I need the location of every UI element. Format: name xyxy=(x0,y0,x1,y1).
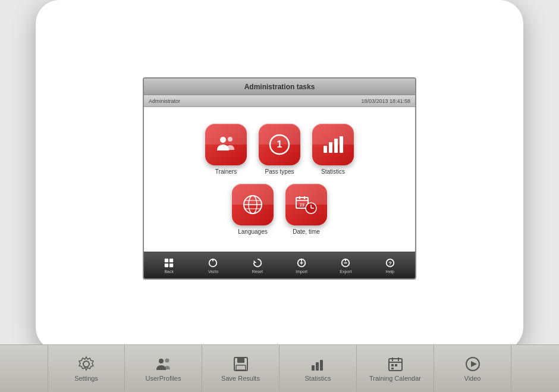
svg-rect-21 xyxy=(165,258,168,262)
pass-types-button[interactable]: 1 xyxy=(259,124,300,165)
svg-rect-51 xyxy=(391,368,394,369)
save-results-nav-label: Save Results xyxy=(221,375,260,382)
import-label: Import xyxy=(296,269,307,274)
svg-text:?: ? xyxy=(388,260,392,266)
screen: Administration tasks Administrator 18/03… xyxy=(143,77,416,280)
datetime-icon: 23 xyxy=(294,193,318,217)
title-bar: Administration tasks xyxy=(144,79,415,95)
svg-text:1: 1 xyxy=(277,139,282,149)
datetime-label: 18/03/2013 18:41:58 xyxy=(361,98,410,104)
back-label: Back xyxy=(164,269,174,274)
svg-point-1 xyxy=(228,137,233,142)
trainers-button[interactable] xyxy=(205,124,247,165)
datetime-icon-item[interactable]: 23 Date, time xyxy=(285,184,327,235)
help-label: Help xyxy=(386,269,394,274)
pass-icon: 1 xyxy=(268,133,291,156)
nav-training-calendar[interactable]: Training Calendar xyxy=(357,345,434,392)
svg-rect-50 xyxy=(395,364,397,366)
statistics-label: Statistics xyxy=(321,168,345,175)
export-label: Export xyxy=(340,269,351,274)
vezlo-icon xyxy=(208,258,218,268)
svg-rect-49 xyxy=(391,364,394,366)
statistics-button[interactable] xyxy=(312,124,354,165)
languages-icon-item[interactable]: Languages xyxy=(232,184,274,235)
save-icon xyxy=(233,356,249,372)
datetime-label: Date, time xyxy=(293,228,320,235)
toolbar-export[interactable]: Export xyxy=(331,258,360,274)
video-nav-label: Video xyxy=(464,375,481,382)
svg-marker-53 xyxy=(471,361,477,367)
statistics-icon-item[interactable]: Statistics xyxy=(312,124,354,175)
screen-toolbar: Back Vezlo Reset Import xyxy=(144,252,415,278)
trainers-label: Trainers xyxy=(215,168,237,175)
nav-statistics[interactable]: Statistics xyxy=(280,345,357,392)
trainers-icon xyxy=(214,133,238,156)
svg-point-38 xyxy=(165,358,169,362)
svg-rect-24 xyxy=(169,263,173,266)
icons-row2: Languages 23 xyxy=(226,181,333,241)
svg-marker-27 xyxy=(254,260,257,263)
bar-chart-icon xyxy=(310,356,326,372)
calendar-icon xyxy=(387,356,404,372)
globe-icon xyxy=(241,193,265,217)
svg-rect-5 xyxy=(329,142,332,153)
toolbar-reset[interactable]: Reset xyxy=(243,258,272,274)
datetime-button[interactable]: 23 xyxy=(285,184,327,225)
svg-point-0 xyxy=(220,137,226,143)
svg-rect-42 xyxy=(312,365,315,371)
svg-rect-23 xyxy=(165,263,168,266)
nav-video[interactable]: Video xyxy=(434,345,511,392)
nav-save-results[interactable]: Save Results xyxy=(202,345,280,392)
svg-point-37 xyxy=(159,359,164,363)
users-icon xyxy=(155,356,172,372)
svg-rect-6 xyxy=(334,139,338,153)
toolbar-back[interactable]: Back xyxy=(154,258,184,274)
icons-row1: Trainers 1 Pass types xyxy=(199,118,360,181)
svg-rect-4 xyxy=(324,146,327,153)
svg-rect-40 xyxy=(237,357,244,363)
languages-button[interactable] xyxy=(232,184,274,225)
settings-nav-label: Settings xyxy=(74,375,98,382)
reset-label: Reset xyxy=(252,269,263,274)
trainers-icon-item[interactable]: Trainers xyxy=(205,124,247,175)
toolbar-import[interactable]: Import xyxy=(287,258,316,274)
back-icon xyxy=(164,258,174,268)
svg-rect-44 xyxy=(320,360,323,371)
nav-user-profiles[interactable]: UserProfiles xyxy=(125,345,202,392)
user-label: Administrator xyxy=(149,98,180,104)
vezlo-label: Vezlo xyxy=(208,269,218,274)
svg-rect-43 xyxy=(316,362,319,371)
statistics-icon xyxy=(321,133,345,156)
svg-rect-41 xyxy=(236,365,246,370)
screen-content: Trainers 1 Pass types xyxy=(144,107,415,252)
languages-label: Languages xyxy=(238,228,268,235)
toolbar-vezlo[interactable]: Vezlo xyxy=(198,258,228,274)
svg-rect-22 xyxy=(169,258,173,262)
statistics-nav-label: Statistics xyxy=(304,375,331,382)
settings-icon xyxy=(78,356,95,372)
pass-types-icon-item[interactable]: 1 Pass types xyxy=(259,124,300,175)
svg-rect-7 xyxy=(340,136,343,153)
import-icon xyxy=(296,258,307,268)
user-profiles-nav-label: UserProfiles xyxy=(146,375,181,382)
reset-icon xyxy=(252,258,263,268)
svg-text:23: 23 xyxy=(300,203,304,207)
help-icon: ? xyxy=(385,258,395,268)
sub-bar: Administrator 18/03/2013 18:41:58 xyxy=(144,95,415,107)
nav-settings[interactable]: Settings xyxy=(48,345,125,392)
toolbar-help[interactable]: ? Help xyxy=(375,258,405,274)
pass-types-label: Pass types xyxy=(265,168,294,175)
training-calendar-nav-label: Training Calendar xyxy=(369,375,421,382)
play-icon xyxy=(464,356,481,372)
screen-title: Administration tasks xyxy=(244,83,315,91)
export-icon xyxy=(340,258,351,268)
bottom-nav: Settings UserProfiles Save Results Stati… xyxy=(0,344,559,392)
